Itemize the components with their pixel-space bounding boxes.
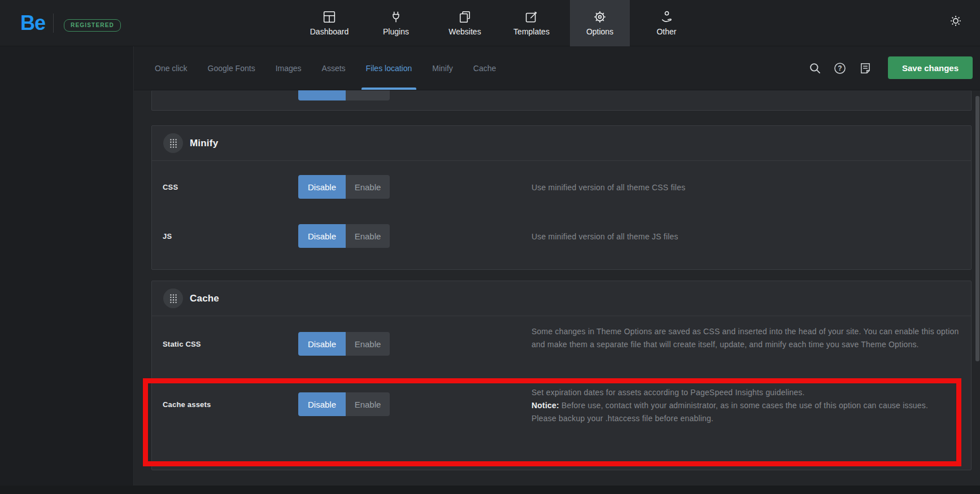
css-enable-button[interactable]: Enable (346, 175, 390, 199)
tab-google-fonts[interactable]: Google Fonts (208, 46, 255, 90)
cache-assets-desc-line3: Please backup your .htaccess file before… (532, 412, 971, 425)
tab-cache[interactable]: Cache (473, 46, 496, 90)
options-tabbar: One click Google Fonts Images Assets Fil… (134, 46, 980, 90)
options-content: Minify CSS Disable Enable Use minified v… (134, 90, 980, 486)
top-header: Be REGISTERED Dashboard Plugins (0, 0, 980, 46)
section-cache: Cache Static CSS Disable Enable Some cha… (151, 281, 972, 470)
nav-item-templates[interactable]: Templates (502, 0, 561, 46)
row-label-static-css: Static CSS (163, 340, 201, 348)
betheme-logo[interactable]: Be (20, 11, 45, 35)
save-changes-button[interactable]: Save changes (888, 56, 973, 79)
partial-disable-button[interactable] (298, 90, 346, 100)
plug-icon (390, 11, 402, 23)
theme-toggle-button[interactable] (949, 14, 962, 28)
nav-label: Options (586, 27, 613, 36)
js-description: Use minified version of all theme JS fil… (532, 230, 971, 243)
search-button[interactable] (809, 62, 821, 75)
cache-assets-description: Set expiration dates for assets accordin… (532, 386, 971, 425)
notes-button[interactable] (859, 62, 872, 75)
section-title: Cache (190, 293, 219, 304)
dashboard-grid-icon (323, 11, 336, 23)
js-enable-button[interactable]: Enable (346, 224, 390, 248)
static-css-disable-button[interactable]: Disable (298, 332, 346, 356)
svg-text:?: ? (838, 64, 842, 72)
static-css-toggle: Disable Enable (298, 332, 390, 356)
nav-label: Websites (448, 27, 481, 36)
nav-item-websites[interactable]: Websites (435, 0, 495, 46)
partial-enable-button[interactable] (346, 90, 390, 100)
partial-toggle (298, 90, 390, 100)
cache-assets-desc-line1: Set expiration dates for assets accordin… (532, 386, 971, 399)
row-label-cache-assets: Cache assets (163, 400, 211, 409)
tab-images[interactable]: Images (276, 46, 302, 90)
nav-item-plugins[interactable]: Plugins (366, 0, 426, 46)
help-button[interactable]: ? (834, 62, 846, 75)
notice-label: Notice: (532, 401, 559, 410)
header-divider (53, 14, 54, 33)
cache-assets-disable-button[interactable]: Disable (298, 392, 346, 416)
static-css-enable-button[interactable]: Enable (346, 332, 390, 356)
minify-section-header: Minify (152, 126, 971, 161)
section-title: Minify (190, 138, 218, 149)
notice-text: Before use, contact with your administra… (559, 401, 928, 410)
scrollbar-thumb[interactable] (975, 96, 979, 361)
gear-icon (594, 11, 606, 23)
section-partial-top (151, 90, 972, 111)
drag-dots-icon (169, 138, 177, 148)
css-disable-button[interactable]: Disable (298, 175, 346, 199)
cache-assets-desc-notice: Notice: Before use, contact with your ad… (532, 399, 971, 412)
sun-icon (949, 14, 962, 28)
notes-icon (859, 62, 872, 75)
nav-label: Templates (513, 27, 550, 36)
cache-assets-toggle: Disable Enable (298, 392, 390, 416)
tab-files-location[interactable]: Files location (366, 46, 412, 90)
left-sidebar (0, 46, 134, 486)
drag-handle[interactable] (163, 133, 183, 153)
row-label-css: CSS (163, 183, 178, 191)
tab-minify[interactable]: Minify (432, 46, 453, 90)
tab-assets[interactable]: Assets (322, 46, 346, 90)
nav-label: Plugins (383, 27, 409, 36)
registered-badge: REGISTERED (64, 19, 121, 32)
nav-label: Other (656, 27, 676, 36)
nav-item-options[interactable]: Options (570, 0, 630, 46)
cache-section-header: Cache (152, 281, 971, 316)
css-description: Use minified version of all theme CSS fi… (532, 181, 971, 194)
help-icon: ? (834, 62, 846, 75)
drag-dots-icon (169, 294, 177, 304)
js-disable-button[interactable]: Disable (298, 224, 346, 248)
search-icon (809, 62, 821, 75)
static-css-description: Some changes in Theme Options are saved … (532, 325, 971, 351)
css-toggle: Disable Enable (298, 175, 390, 199)
tab-one-click[interactable]: One click (155, 46, 188, 90)
drag-handle[interactable] (163, 288, 183, 308)
row-label-js: JS (163, 232, 172, 241)
hand-person-icon (660, 11, 673, 23)
stacked-pages-icon (459, 11, 471, 23)
nav-item-dashboard[interactable]: Dashboard (299, 0, 359, 46)
js-toggle: Disable Enable (298, 224, 390, 248)
nav-item-other[interactable]: Other (637, 0, 696, 46)
edit-document-icon (525, 11, 538, 23)
section-minify: Minify CSS Disable Enable Use minified v… (151, 125, 972, 270)
nav-label: Dashboard (310, 27, 349, 36)
cache-assets-enable-button[interactable]: Enable (346, 392, 390, 416)
betheme-options-page: Be REGISTERED Dashboard Plugins (0, 0, 980, 494)
